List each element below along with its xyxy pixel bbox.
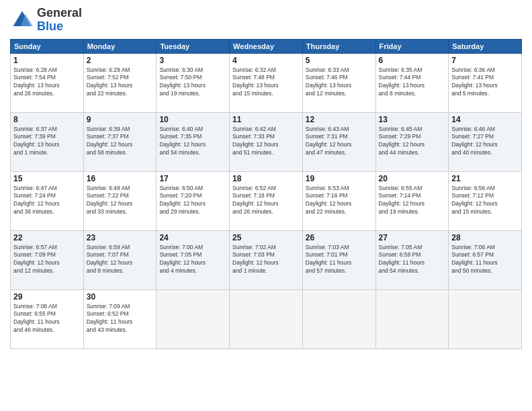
- calendar-cell: 11Sunrise: 6:42 AM Sunset: 7:33 PM Dayli…: [230, 112, 303, 171]
- day-info: Sunrise: 6:37 AM Sunset: 7:39 PM Dayligh…: [13, 126, 81, 158]
- day-header-friday: Friday: [375, 39, 449, 53]
- day-number: 2: [87, 56, 154, 65]
- calendar-cell: 25Sunrise: 7:02 AM Sunset: 7:03 PM Dayli…: [230, 230, 303, 289]
- calendar-cell: 3Sunrise: 6:30 AM Sunset: 7:50 PM Daylig…: [157, 53, 230, 112]
- calendar-cell: 7Sunrise: 6:36 AM Sunset: 7:41 PM Daylig…: [449, 53, 522, 112]
- day-info: Sunrise: 6:45 AM Sunset: 7:29 PM Dayligh…: [379, 126, 446, 158]
- calendar-cell: 14Sunrise: 6:46 AM Sunset: 7:27 PM Dayli…: [449, 112, 522, 171]
- day-info: Sunrise: 6:40 AM Sunset: 7:35 PM Dayligh…: [159, 126, 226, 158]
- day-info: Sunrise: 6:57 AM Sunset: 7:09 PM Dayligh…: [13, 244, 81, 276]
- day-info: Sunrise: 6:32 AM Sunset: 7:48 PM Dayligh…: [232, 66, 300, 99]
- day-number: 12: [306, 115, 373, 124]
- day-number: 21: [451, 174, 519, 183]
- day-info: Sunrise: 6:43 AM Sunset: 7:31 PM Dayligh…: [306, 126, 373, 158]
- calendar-cell: [302, 289, 375, 349]
- calendar-cell: 2Sunrise: 6:29 AM Sunset: 7:52 PM Daylig…: [83, 53, 157, 112]
- day-info: Sunrise: 6:53 AM Sunset: 7:16 PM Dayligh…: [306, 185, 373, 217]
- day-info: Sunrise: 6:33 AM Sunset: 7:46 PM Dayligh…: [306, 66, 373, 99]
- calendar-cell: 17Sunrise: 6:50 AM Sunset: 7:20 PM Dayli…: [157, 171, 230, 230]
- calendar-cell: 19Sunrise: 6:53 AM Sunset: 7:16 PM Dayli…: [302, 171, 375, 230]
- day-number: 14: [451, 115, 519, 124]
- calendar-week-4: 22Sunrise: 6:57 AM Sunset: 7:09 PM Dayli…: [11, 230, 522, 289]
- day-info: Sunrise: 6:29 AM Sunset: 7:52 PM Dayligh…: [87, 66, 154, 99]
- day-info: Sunrise: 6:30 AM Sunset: 7:50 PM Dayligh…: [159, 66, 226, 99]
- day-number: 15: [13, 174, 81, 183]
- day-number: 24: [159, 233, 226, 242]
- logo-general: General: [37, 6, 82, 19]
- day-number: 10: [159, 115, 226, 124]
- calendar-cell: 26Sunrise: 7:03 AM Sunset: 7:01 PM Dayli…: [302, 230, 375, 289]
- day-number: 28: [451, 233, 519, 242]
- day-number: 8: [13, 115, 81, 124]
- day-header-wednesday: Wednesday: [230, 39, 303, 53]
- day-header-tuesday: Tuesday: [157, 39, 230, 53]
- day-info: Sunrise: 6:56 AM Sunset: 7:12 PM Dayligh…: [451, 185, 519, 217]
- day-info: Sunrise: 6:42 AM Sunset: 7:33 PM Dayligh…: [232, 126, 300, 158]
- day-number: 27: [379, 233, 446, 242]
- day-number: 9: [87, 115, 154, 124]
- day-number: 1: [13, 56, 81, 65]
- calendar-cell: 13Sunrise: 6:45 AM Sunset: 7:29 PM Dayli…: [375, 112, 449, 171]
- day-number: 20: [379, 174, 446, 183]
- calendar-cell: 9Sunrise: 6:39 AM Sunset: 7:37 PM Daylig…: [83, 112, 157, 171]
- day-info: Sunrise: 6:52 AM Sunset: 7:18 PM Dayligh…: [232, 185, 300, 217]
- calendar-cell: 30Sunrise: 7:09 AM Sunset: 6:52 PM Dayli…: [83, 289, 157, 349]
- calendar-cell: 27Sunrise: 7:05 AM Sunset: 6:59 PM Dayli…: [375, 230, 449, 289]
- calendar-cell: 15Sunrise: 6:47 AM Sunset: 7:24 PM Dayli…: [11, 171, 84, 230]
- day-number: 18: [232, 174, 300, 183]
- day-info: Sunrise: 7:05 AM Sunset: 6:59 PM Dayligh…: [379, 244, 446, 276]
- day-number: 17: [159, 174, 226, 183]
- day-header-sunday: Sunday: [11, 39, 84, 53]
- day-info: Sunrise: 6:35 AM Sunset: 7:44 PM Dayligh…: [379, 66, 446, 99]
- day-info: Sunrise: 7:08 AM Sunset: 6:55 PM Dayligh…: [13, 303, 81, 335]
- calendar-week-2: 8Sunrise: 6:37 AM Sunset: 7:39 PM Daylig…: [11, 112, 522, 171]
- calendar-cell: 18Sunrise: 6:52 AM Sunset: 7:18 PM Dayli…: [230, 171, 303, 230]
- calendar-cell: 23Sunrise: 6:59 AM Sunset: 7:07 PM Dayli…: [83, 230, 157, 289]
- calendar-cell: 4Sunrise: 6:32 AM Sunset: 7:48 PM Daylig…: [230, 53, 303, 112]
- calendar-week-3: 15Sunrise: 6:47 AM Sunset: 7:24 PM Dayli…: [11, 171, 522, 230]
- calendar-week-5: 29Sunrise: 7:08 AM Sunset: 6:55 PM Dayli…: [11, 289, 522, 349]
- calendar-cell: 22Sunrise: 6:57 AM Sunset: 7:09 PM Dayli…: [11, 230, 84, 289]
- calendar-cell: 21Sunrise: 6:56 AM Sunset: 7:12 PM Dayli…: [449, 171, 522, 230]
- day-info: Sunrise: 6:47 AM Sunset: 7:24 PM Dayligh…: [13, 185, 81, 217]
- day-info: Sunrise: 6:55 AM Sunset: 7:14 PM Dayligh…: [379, 185, 446, 217]
- logo-blue: Blue: [37, 19, 63, 33]
- calendar-cell: [375, 289, 449, 349]
- day-number: 23: [87, 233, 154, 242]
- calendar-header-row: SundayMondayTuesdayWednesdayThursdayFrid…: [11, 39, 522, 53]
- day-info: Sunrise: 7:00 AM Sunset: 7:05 PM Dayligh…: [159, 244, 226, 276]
- header: General Blue: [10, 7, 522, 34]
- day-number: 7: [451, 56, 519, 65]
- day-number: 13: [379, 115, 446, 124]
- calendar-cell: 6Sunrise: 6:35 AM Sunset: 7:44 PM Daylig…: [375, 53, 449, 112]
- day-info: Sunrise: 6:49 AM Sunset: 7:22 PM Dayligh…: [87, 185, 154, 217]
- day-number: 29: [13, 292, 81, 302]
- calendar-cell: [449, 289, 522, 349]
- calendar-cell: 12Sunrise: 6:43 AM Sunset: 7:31 PM Dayli…: [302, 112, 375, 171]
- calendar-cell: 29Sunrise: 7:08 AM Sunset: 6:55 PM Dayli…: [11, 289, 84, 349]
- calendar-cell: 1Sunrise: 6:28 AM Sunset: 7:54 PM Daylig…: [11, 53, 84, 112]
- day-info: Sunrise: 6:28 AM Sunset: 7:54 PM Dayligh…: [13, 66, 81, 99]
- logo-icon: [10, 8, 34, 32]
- calendar-cell: 20Sunrise: 6:55 AM Sunset: 7:14 PM Dayli…: [375, 171, 449, 230]
- day-number: 25: [232, 233, 300, 242]
- calendar-cell: [230, 289, 303, 349]
- calendar-cell: 28Sunrise: 7:06 AM Sunset: 6:57 PM Dayli…: [449, 230, 522, 289]
- day-number: 30: [87, 292, 154, 302]
- day-info: Sunrise: 7:06 AM Sunset: 6:57 PM Dayligh…: [451, 244, 519, 276]
- day-number: 3: [159, 56, 226, 65]
- day-info: Sunrise: 6:39 AM Sunset: 7:37 PM Dayligh…: [87, 126, 154, 158]
- calendar-cell: 10Sunrise: 6:40 AM Sunset: 7:35 PM Dayli…: [157, 112, 230, 171]
- calendar-week-1: 1Sunrise: 6:28 AM Sunset: 7:54 PM Daylig…: [11, 53, 522, 112]
- calendar-cell: 5Sunrise: 6:33 AM Sunset: 7:46 PM Daylig…: [302, 53, 375, 112]
- day-info: Sunrise: 7:09 AM Sunset: 6:52 PM Dayligh…: [87, 303, 154, 335]
- calendar: SundayMondayTuesdayWednesdayThursdayFrid…: [10, 39, 522, 349]
- day-number: 4: [232, 56, 300, 65]
- day-number: 16: [87, 174, 154, 183]
- day-info: Sunrise: 6:46 AM Sunset: 7:27 PM Dayligh…: [451, 126, 519, 158]
- logo-text: General Blue: [37, 7, 82, 34]
- logo: General Blue: [10, 7, 82, 34]
- day-header-monday: Monday: [83, 39, 157, 53]
- calendar-cell: 16Sunrise: 6:49 AM Sunset: 7:22 PM Dayli…: [83, 171, 157, 230]
- day-info: Sunrise: 7:03 AM Sunset: 7:01 PM Dayligh…: [306, 244, 373, 276]
